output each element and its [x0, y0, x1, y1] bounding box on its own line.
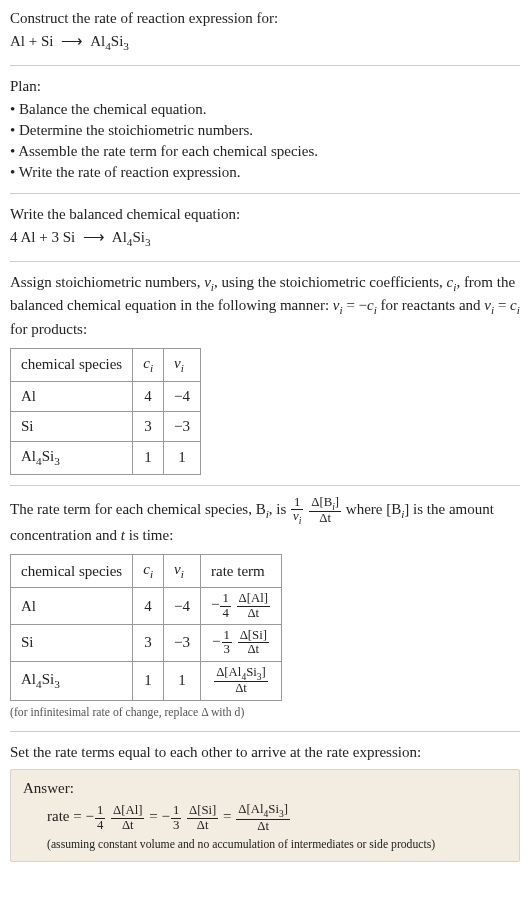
fraction: Δ[Si]Δt [238, 629, 269, 657]
stoich-table: chemical species ci νi Al 4 −4 Si 3 −3 A… [10, 348, 201, 475]
col-species: chemical species [11, 555, 133, 588]
t: ] [262, 665, 266, 679]
divider [10, 261, 520, 262]
cell-species: Si [11, 411, 133, 441]
balanced-rhs-sub2: 3 [145, 236, 151, 248]
al: Al [21, 448, 36, 464]
sub-i: i [517, 304, 520, 316]
stoich-block: Assign stoichiometric numbers, νi, using… [10, 272, 520, 475]
balanced-lhs: 4 Al + 3 Si [10, 229, 75, 245]
col-rateterm: rate term [200, 555, 281, 588]
den: Δt [111, 819, 144, 832]
t: Δ[Al [238, 802, 263, 816]
plan-item: • Assemble the rate term for each chemic… [10, 141, 520, 162]
text: for reactants and [377, 297, 484, 313]
eq: = − [343, 297, 367, 313]
infinitesimal-note: (for infinitesimal rate of change, repla… [10, 705, 520, 721]
col-ci: ci [133, 349, 164, 382]
cell-species: Al [11, 588, 133, 625]
cell-species: Al4Si3 [11, 661, 133, 700]
num: Δ[Al4Si3] [214, 666, 268, 683]
answer-assumption: (assuming constant volume and no accumul… [23, 837, 507, 853]
eq: = [494, 297, 510, 313]
balanced-rhs-al: Al [112, 229, 127, 245]
t: ] [284, 802, 288, 816]
rate-table: chemical species ci νi rate term Al 4 −4… [10, 554, 282, 700]
plan-item: • Determine the stoichiometric numbers. [10, 120, 520, 141]
cell-rateterm: −13 Δ[Si]Δt [200, 624, 281, 661]
den: Δt [237, 607, 270, 620]
rate-prefix: rate = − [47, 808, 94, 824]
cell-ci: 4 [133, 588, 164, 625]
num: Δ[Al] [237, 592, 270, 606]
cell-species: Al [11, 381, 133, 411]
answer-label: Answer: [23, 778, 507, 799]
table-row: Si 3 −3 [11, 411, 201, 441]
fraction: Δ[Si]Δt [187, 804, 218, 832]
cell-ci: 1 [133, 661, 164, 700]
den: 4 [95, 819, 105, 832]
rhs-si-sub: 3 [123, 40, 129, 52]
fraction: 14 [95, 804, 105, 832]
cell-nui: −3 [164, 411, 201, 441]
table-header-row: chemical species ci νi [11, 349, 201, 382]
rhs-si: Si [111, 33, 124, 49]
arrow-icon: ⟶ [61, 31, 83, 52]
nu: ν [174, 561, 181, 577]
unbalanced-equation: Al + Si ⟶ Al4Si3 [10, 31, 520, 55]
text: The rate term for each chemical species,… [10, 501, 266, 517]
balanced-equation: 4 Al + 3 Si ⟶ Al4Si3 [10, 227, 520, 251]
fraction: Δ[Al4Si3] Δt [236, 803, 290, 833]
rhs-al: Al [90, 33, 105, 49]
num: Δ[Bi] [309, 496, 341, 513]
cell-species: Si [11, 624, 133, 661]
fraction: Δ[Al]Δt [111, 804, 144, 832]
final-heading: Set the rate terms equal to each other t… [10, 742, 520, 763]
den: 3 [171, 819, 181, 832]
col-species: chemical species [11, 349, 133, 382]
divider [10, 485, 520, 486]
table-row: Al4Si3 1 1 Δ[Al4Si3] Δt [11, 661, 282, 700]
nu: ν [174, 355, 181, 371]
cell-ci: 3 [133, 624, 164, 661]
balanced-block: Write the balanced chemical equation: 4 … [10, 204, 520, 251]
fraction: 13 [222, 629, 232, 657]
num: Δ[Al] [111, 804, 144, 818]
final-block: Set the rate terms equal to each other t… [10, 742, 520, 862]
den: Δt [238, 643, 269, 656]
plan-list: • Balance the chemical equation. • Deter… [10, 99, 520, 183]
den: νi [291, 510, 303, 526]
table-row: Si 3 −3 −13 Δ[Si]Δt [11, 624, 282, 661]
balanced-rhs-si: Si [132, 229, 145, 245]
minus: − [212, 633, 220, 649]
minus: − [211, 597, 219, 613]
si: Si [42, 448, 55, 464]
plan-heading: Plan: [10, 76, 520, 97]
nu: ν [484, 297, 491, 313]
num: 1 [222, 629, 232, 643]
plan-item: • Write the rate of reaction expression. [10, 162, 520, 183]
cell-nui: −4 [164, 588, 201, 625]
dt: Δt [319, 511, 331, 525]
num: 1 [171, 804, 181, 818]
table-row: Al 4 −4 [11, 381, 201, 411]
stoich-text: Assign stoichiometric numbers, νi, using… [10, 272, 520, 341]
plan-item: • Balance the chemical equation. [10, 99, 520, 120]
col-nui: νi [164, 349, 201, 382]
si: Si [42, 671, 55, 687]
col-nui: νi [164, 555, 201, 588]
arrow-icon: ⟶ [83, 227, 105, 248]
table-row: Al4Si3 1 1 [11, 441, 201, 474]
sub: 3 [54, 678, 60, 690]
answer-box: Answer: rate = −14 Δ[Al]Δt = −13 Δ[Si]Δt… [10, 769, 520, 862]
num: Δ[Si] [238, 629, 269, 643]
den: Δt [236, 820, 290, 833]
table-row: Al 4 −4 −14 Δ[Al]Δt [11, 588, 282, 625]
text: Assign stoichiometric numbers, [10, 274, 204, 290]
den: 3 [222, 643, 232, 656]
den: Δt [309, 512, 341, 525]
close: ] [335, 495, 339, 509]
c: c [367, 297, 374, 313]
eq: = − [145, 808, 169, 824]
cell-nui: −3 [164, 624, 201, 661]
